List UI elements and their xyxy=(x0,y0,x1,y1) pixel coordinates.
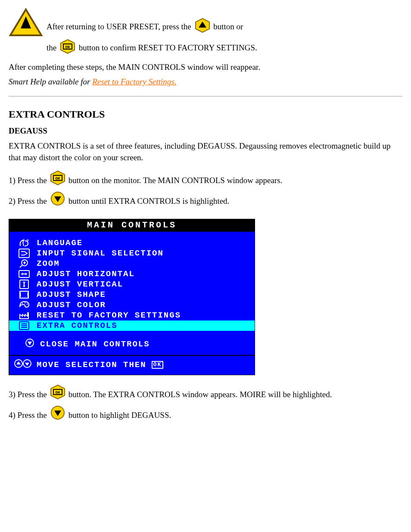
warning-text: After returning to USER PRESET, press th… xyxy=(47,8,257,58)
svg-marker-24 xyxy=(23,281,25,283)
after-reset-text: After completing these steps, the MAIN C… xyxy=(9,62,402,72)
osd-main-controls: MAIN CONTROLS ? LANGUAGE INPUT SIGNAL SE… xyxy=(9,219,255,375)
osd-item-label: RESET TO FACTORY SETTINGS xyxy=(37,311,181,320)
divider xyxy=(9,96,402,96)
osd-body: ? LANGUAGE INPUT SIGNAL SELECTION ZOOM xyxy=(9,232,255,355)
osd-item-label: ADJUST SHAPE xyxy=(37,290,106,299)
adjust-horizontal-icon xyxy=(18,269,31,279)
svg-marker-36 xyxy=(16,361,21,364)
step1-before: 1) Press the xyxy=(9,173,47,188)
svg-line-15 xyxy=(20,265,22,268)
osd-close-label: CLOSE MAIN CONTROLS xyxy=(40,339,150,349)
smart-help-link[interactable]: Reset to Factory Settings. xyxy=(92,77,176,86)
osd-item-label: LANGUAGE xyxy=(37,238,83,248)
down-triangle-icon xyxy=(25,339,34,350)
osd-item-adjust-shape[interactable]: ADJUST SHAPE xyxy=(12,289,251,300)
pre-osd-steps: 1) Press the OK button on the monitor. T… xyxy=(9,171,402,211)
warning-line2-before: the xyxy=(47,43,59,52)
osd-item-language[interactable]: ? LANGUAGE xyxy=(12,238,251,248)
svg-marker-20 xyxy=(21,273,23,275)
svg-text:OK: OK xyxy=(55,391,60,395)
post-osd-steps: 3) Press the OK button. The EXTRA CONTRO… xyxy=(9,385,402,425)
warning-line2-after: button to confirm RESET TO FACTORY SETTI… xyxy=(79,43,257,52)
svg-marker-38 xyxy=(25,363,29,366)
osd-item-label: EXTRA CONTROLS xyxy=(37,321,118,330)
step4-before: 4) Press the xyxy=(9,408,47,423)
step-4: 4) Press the button to highlight DEGAUSS… xyxy=(9,405,402,425)
svg-marker-34 xyxy=(28,342,32,345)
warning-triangle-icon xyxy=(9,8,43,40)
section-title: EXTRA CONTROLS xyxy=(9,109,402,120)
adjust-color-icon xyxy=(18,300,31,310)
ok-button-icon: OK xyxy=(50,385,65,404)
svg-text:?: ? xyxy=(26,239,30,244)
osd-item-reset-factory[interactable]: RESET TO FACTORY SETTINGS xyxy=(12,310,251,320)
osd-item-label: ZOOM xyxy=(37,259,60,268)
adjust-shape-icon xyxy=(18,290,31,299)
warning-line1-after: button or xyxy=(213,22,243,31)
ok-button-icon: OK xyxy=(50,171,65,190)
ok-glyph-icon: OK xyxy=(152,361,164,369)
svg-text:OK: OK xyxy=(55,177,60,181)
osd-hintbar: MOVE SELECTION THEN OK xyxy=(9,355,255,375)
warning-line1-before: After returning to USER PRESET, press th… xyxy=(47,22,193,31)
osd-item-adjust-horizontal[interactable]: ADJUST HORIZONTAL xyxy=(12,269,251,279)
svg-marker-21 xyxy=(25,273,27,275)
svg-point-27 xyxy=(25,302,25,303)
extra-controls-icon xyxy=(18,321,31,330)
svg-point-26 xyxy=(22,303,23,304)
step3-after: button. The EXTRA CONTROLS window appear… xyxy=(68,387,332,402)
language-icon: ? xyxy=(18,238,31,248)
osd-item-input-signal[interactable]: INPUT SIGNAL SELECTION xyxy=(12,248,251,258)
step3-before: 3) Press the xyxy=(9,387,47,402)
factory-icon xyxy=(18,311,31,320)
step-1: 1) Press the OK button on the monitor. T… xyxy=(9,171,402,190)
down-button-icon xyxy=(50,405,65,425)
osd-close-row[interactable]: CLOSE MAIN CONTROLS xyxy=(12,331,251,355)
step-2: 2) Press the button until EXTRA CONTROLS… xyxy=(9,191,402,211)
step2-after: button until EXTRA CONTROLS is highlight… xyxy=(68,193,230,209)
step4-after: button to highlight DEGAUSS. xyxy=(68,408,171,423)
section-intro: EXTRA CONTROLS is a set of three feature… xyxy=(9,140,402,164)
step1-after: button on the monitor. The MAIN CONTROLS… xyxy=(68,173,283,188)
osd-item-adjust-color[interactable]: ADJUST COLOR xyxy=(12,300,251,310)
osd-item-extra-controls[interactable]: EXTRA CONTROLS xyxy=(9,320,255,331)
osd-hint-text: MOVE SELECTION THEN xyxy=(37,360,146,370)
down-button-icon xyxy=(50,191,65,211)
ok-button-icon: OK xyxy=(60,39,75,58)
osd-item-adjust-vertical[interactable]: ADJUST VERTICAL xyxy=(12,279,251,289)
step-3: 3) Press the OK button. The EXTRA CONTRO… xyxy=(9,385,402,404)
input-signal-icon xyxy=(18,249,31,258)
svg-marker-25 xyxy=(23,286,25,287)
zoom-icon xyxy=(18,259,31,268)
warning-row: After returning to USER PRESET, press th… xyxy=(9,8,402,58)
smart-help-note: Smart Help available for Reset to Factor… xyxy=(9,77,402,87)
osd-item-label: ADJUST COLOR xyxy=(37,300,106,310)
osd-item-label: INPUT SIGNAL SELECTION xyxy=(37,249,164,258)
up-down-icons xyxy=(14,359,31,370)
smart-help-prefix: Smart Help available for xyxy=(9,77,92,86)
step2-before: 2) Press the xyxy=(9,193,47,209)
adjust-vertical-icon xyxy=(18,280,31,289)
up-button-icon xyxy=(195,18,210,37)
osd-item-zoom[interactable]: ZOOM xyxy=(12,258,251,269)
svg-point-28 xyxy=(27,304,28,305)
osd-item-label: ADJUST VERTICAL xyxy=(37,280,123,289)
section-subtitle: DEGAUSS xyxy=(9,126,402,136)
document-page: After returning to USER PRESET, press th… xyxy=(0,0,411,443)
osd-item-label: ADJUST HORIZONTAL xyxy=(37,269,135,279)
osd-titlebar: MAIN CONTROLS xyxy=(9,219,255,232)
svg-text:OK: OK xyxy=(65,45,70,50)
